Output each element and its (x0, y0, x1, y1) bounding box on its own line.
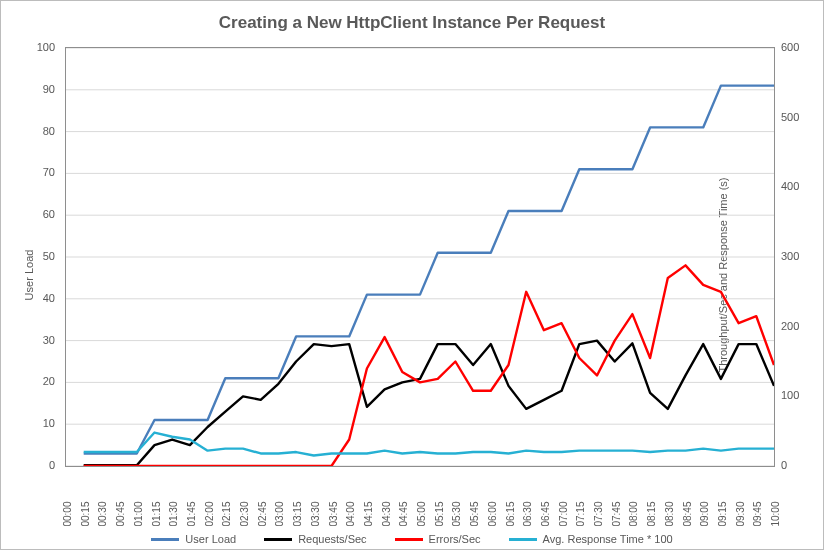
series-line (84, 86, 774, 454)
y-right-tick: 200 (781, 320, 799, 332)
legend-item: User Load (151, 533, 236, 545)
y-left-tick: 80 (43, 125, 55, 137)
y-left-tick: 10 (43, 417, 55, 429)
legend-swatch (509, 538, 537, 541)
y-right-tick: 100 (781, 389, 799, 401)
y-axis-left-ticks: 0102030405060708090100 (1, 47, 61, 467)
legend-item: Requests/Sec (264, 533, 366, 545)
y-axis-right-ticks: 0100200300400500600 (777, 47, 817, 467)
y-left-tick: 90 (43, 83, 55, 95)
y-left-tick: 0 (49, 459, 55, 471)
y-right-tick: 400 (781, 180, 799, 192)
legend-label: Avg. Response Time * 100 (543, 533, 673, 545)
legend-swatch (264, 538, 292, 541)
legend-swatch (151, 538, 179, 541)
x-axis-labels: 00:0000:1500:3000:4501:0001:1501:3001:45… (65, 467, 775, 527)
legend-label: Errors/Sec (429, 533, 481, 545)
y-left-tick: 40 (43, 292, 55, 304)
y-left-tick: 70 (43, 166, 55, 178)
y-left-tick: 50 (43, 250, 55, 262)
y-left-tick: 60 (43, 208, 55, 220)
legend-item: Avg. Response Time * 100 (509, 533, 673, 545)
y-right-tick: 600 (781, 41, 799, 53)
y-right-tick: 0 (781, 459, 787, 471)
chart-container: Creating a New HttpClient Instance Per R… (0, 0, 824, 550)
series-line (84, 341, 774, 466)
legend-item: Errors/Sec (395, 533, 481, 545)
y-right-tick: 500 (781, 111, 799, 123)
plot-area (65, 47, 775, 467)
y-left-tick: 20 (43, 375, 55, 387)
series-line (84, 265, 774, 466)
y-left-tick: 100 (37, 41, 55, 53)
y-left-tick: 30 (43, 334, 55, 346)
legend-label: Requests/Sec (298, 533, 366, 545)
legend-swatch (395, 538, 423, 541)
y-right-tick: 300 (781, 250, 799, 262)
legend-label: User Load (185, 533, 236, 545)
chart-title: Creating a New HttpClient Instance Per R… (1, 13, 823, 33)
legend: User LoadRequests/SecErrors/SecAvg. Resp… (1, 531, 823, 546)
